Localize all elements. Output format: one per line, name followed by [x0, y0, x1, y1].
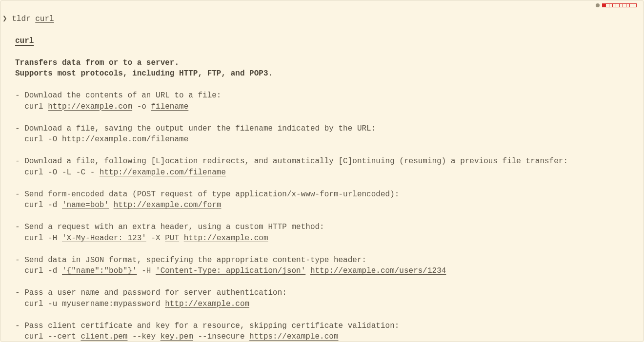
example-bullet: -: [15, 190, 24, 199]
example-command: curl -H 'X-My-Header: 123' -X PUT http:/…: [24, 234, 268, 243]
example-title: Pass a user name and password for server…: [24, 288, 287, 297]
example-command: curl -O -L -C - http://example.com/filen…: [24, 168, 226, 177]
example-title: Send a request with an extra header, usi…: [24, 223, 324, 231]
prompt-chevron-icon: ❯: [2, 15, 7, 23]
example-command: curl -u myusername:mypassword http://exa…: [24, 300, 249, 308]
example-bullet: -: [15, 288, 24, 297]
command-placeholder: key.pem: [161, 332, 193, 341]
command-placeholder: 'name=bob': [62, 201, 109, 209]
examples-list: - Download the contents of an URL to a f…: [15, 90, 642, 342]
command-placeholder: '{"name":"bob"}': [62, 266, 137, 275]
example-command: curl -O http://example.com/filename: [24, 135, 188, 144]
progress-square-empty: [633, 3, 637, 7]
example-title: Send form-encoded data (POST request of …: [24, 190, 399, 199]
example-command: curl -d 'name=bob' http://example.com/fo…: [24, 201, 221, 209]
example-title: Download the contents of an URL to a fil…: [24, 91, 221, 100]
command-placeholder: http://example.com: [184, 234, 268, 243]
description-line-2: Supports most protocols, including HTTP,…: [15, 69, 273, 78]
command-placeholder: http://example.com: [48, 102, 132, 111]
example-bullet: -: [15, 256, 24, 265]
example-bullet: -: [15, 124, 24, 133]
status-dot-icon: [596, 3, 600, 7]
command-placeholder: http://example.com/users/1234: [310, 266, 446, 275]
description-line-1: Transfers data from or to a server.: [15, 58, 179, 67]
example-command: curl http://example.com -o filename: [24, 102, 188, 111]
example-bullet: -: [15, 322, 24, 330]
example-title: Pass client certificate and key for a re…: [24, 322, 399, 330]
tldr-output: curl Transfers data from or to a server.…: [2, 24, 642, 342]
example-command: curl --cert client.pem --key key.pem --i…: [24, 332, 338, 341]
terminal-content[interactable]: ❯ tldr curl curl Transfers data from or …: [0, 0, 644, 342]
example-bullet: -: [15, 157, 24, 166]
command-placeholder: client.pem: [80, 332, 127, 341]
example-command: curl -d '{"name":"bob"}' -H 'Content-Typ…: [24, 266, 446, 275]
page-title: curl: [15, 37, 34, 45]
command-placeholder: http://example.com/filename: [100, 168, 226, 177]
command-placeholder: http://example.com/form: [114, 201, 221, 209]
command-name: tldr: [12, 15, 30, 23]
command-placeholder: http://example.com/filename: [62, 135, 188, 144]
example-title: Download a file, following [L]ocation re…: [24, 157, 568, 166]
terminal-window: ❯ tldr curl curl Transfers data from or …: [0, 0, 644, 342]
command-placeholder: filename: [151, 102, 188, 111]
prompt-line: ❯ tldr curl: [2, 15, 54, 23]
command-placeholder: 'Content-Type: application/json': [156, 266, 305, 275]
example-bullet: -: [15, 223, 24, 231]
example-title: Send data in JSON format, specifying the…: [24, 256, 366, 265]
command-placeholder: http://example.com: [165, 300, 249, 308]
progress-squares: [603, 3, 637, 7]
command-arg: curl: [35, 15, 54, 23]
command-placeholder: https://example.com: [249, 332, 338, 341]
command-placeholder: PUT: [165, 234, 179, 243]
example-bullet: -: [15, 91, 24, 100]
recording-status: [596, 3, 637, 7]
example-title: Download a file, saving the output under…: [24, 124, 376, 133]
command-placeholder: 'X-My-Header: 123': [62, 234, 146, 243]
